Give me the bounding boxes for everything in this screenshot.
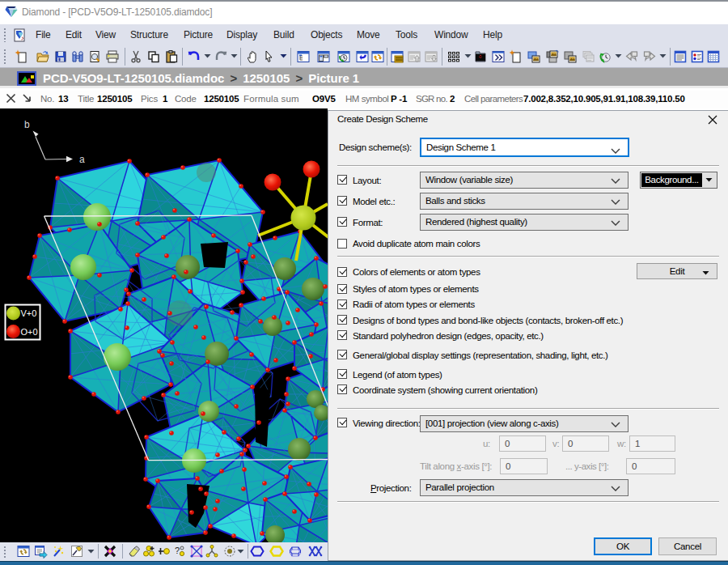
svg-text:a: a: [79, 154, 85, 165]
svg-text:V+0: V+0: [21, 308, 37, 318]
svg-text:b: b: [24, 119, 30, 130]
svg-text:O+0: O+0: [21, 327, 38, 337]
svg-text:?: ?: [175, 546, 180, 555]
